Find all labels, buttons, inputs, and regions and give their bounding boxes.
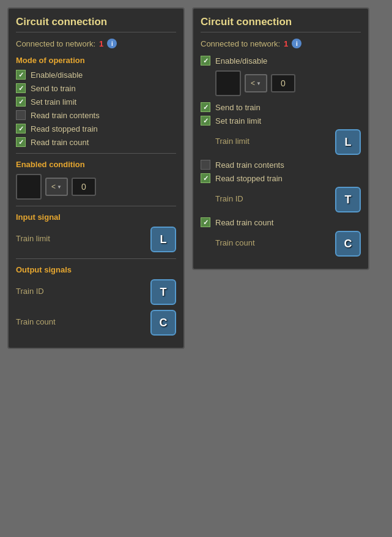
signal-label-train-limit-left: Train limit	[16, 234, 50, 243]
signal-item-train-limit-left: Train limit L	[16, 227, 176, 252]
condition-signal-box-right[interactable]	[215, 70, 241, 96]
left-panel: Circuit connection Connected to network:…	[7, 7, 185, 349]
checkbox-icon-set-train-limit-right[interactable]	[201, 116, 210, 126]
condition-value-right[interactable]: 0	[271, 74, 295, 92]
network-label-right: Connected to network:	[201, 39, 280, 48]
checkbox-read-train-count-left[interactable]: Read train count	[16, 137, 176, 147]
network-count-right: 1	[284, 39, 288, 48]
signal-item-train-id-left: Train ID T	[16, 279, 176, 305]
network-row-left: Connected to network: 1 i	[16, 39, 176, 48]
condition-op-dropdown-right[interactable]: < ▼	[245, 74, 267, 92]
dropdown-arrow-left: ▼	[57, 184, 62, 190]
signal-item-train-count-right: Train count C	[215, 231, 361, 257]
checkbox-label-send-to-train-left: Send to train	[31, 84, 76, 93]
checkbox-label-send-to-train-right: Send to train	[215, 103, 261, 112]
signal-item-train-limit-right: Train limit L	[215, 129, 361, 155]
checkbox-send-to-train-right[interactable]: Send to train	[201, 102, 361, 112]
signal-label-train-limit-right: Train limit	[215, 137, 250, 146]
network-row-right: Connected to network: 1 i	[201, 39, 361, 48]
divider-3-left	[16, 258, 176, 259]
checkbox-icon-set-train-limit-left[interactable]	[16, 97, 26, 107]
checkbox-icon-enable-disable-right[interactable]	[201, 56, 210, 66]
signal-btn-train-limit-right[interactable]: L	[335, 129, 361, 155]
checkbox-label-read-train-count-left: Read train count	[31, 138, 89, 147]
checkbox-icon-read-train-contents-right[interactable]	[201, 160, 210, 170]
signal-label-train-id-left: Train ID	[16, 287, 44, 296]
right-panel-title: Circuit connection	[201, 16, 361, 32]
checkbox-label-read-train-contents-right: Read train contents	[215, 160, 284, 170]
enabled-condition-title-left: Enabled condition	[16, 160, 176, 169]
signal-item-train-id-right: Train ID T	[215, 187, 361, 212]
checkbox-icon-read-train-count-left[interactable]	[16, 137, 26, 147]
checkbox-set-train-limit-left[interactable]: Set train limit	[16, 97, 176, 107]
signal-label-train-count-right: Train count	[215, 238, 255, 247]
signal-btn-train-count-left[interactable]: C	[150, 310, 176, 336]
input-signals-title-left: Input signal	[16, 212, 176, 222]
checkbox-label-read-train-count-right: Read train count	[215, 218, 273, 227]
checkbox-send-to-train-left[interactable]: Send to train	[16, 83, 176, 93]
condition-row-right: < ▼ 0	[215, 70, 361, 96]
condition-op-label-left: <	[51, 182, 56, 191]
checkbox-label-set-train-limit-right: Set train limit	[215, 116, 261, 126]
signal-label-train-count-left: Train count	[16, 317, 56, 326]
signal-btn-train-id-right[interactable]: T	[335, 187, 361, 212]
condition-value-left[interactable]: 0	[72, 178, 96, 196]
checkbox-enable-disable-right[interactable]: Enable/disable	[201, 56, 361, 66]
checkbox-read-stopped-train-right[interactable]: Read stopped train	[201, 173, 361, 183]
network-count-left: 1	[99, 39, 103, 48]
signal-item-train-count-left: Train count C	[16, 310, 176, 336]
checkbox-label-read-stopped-train-right: Read stopped train	[215, 174, 283, 183]
signal-label-train-id-right: Train ID	[215, 194, 243, 203]
condition-op-label-right: <	[251, 79, 255, 88]
checkbox-enable-disable-left[interactable]: Enable/disable	[16, 70, 176, 80]
checkbox-icon-enable-disable-left[interactable]	[16, 70, 26, 80]
checkbox-icon-read-stopped-train-right[interactable]	[201, 173, 210, 183]
checkbox-read-train-contents-left[interactable]: Read train contents	[16, 110, 176, 120]
checkbox-icon-read-train-count-right[interactable]	[201, 217, 210, 227]
info-icon-left[interactable]: i	[107, 39, 117, 48]
left-panel-title: Circuit connection	[16, 16, 176, 32]
checkbox-set-train-limit-right[interactable]: Set train limit	[201, 116, 361, 126]
signal-btn-train-count-right[interactable]: C	[335, 231, 361, 257]
condition-signal-box-left[interactable]	[16, 174, 42, 200]
divider-2-left	[16, 206, 176, 206]
condition-op-dropdown-left[interactable]: < ▼	[45, 178, 68, 196]
checkbox-icon-send-to-train-left[interactable]	[16, 83, 26, 93]
dropdown-arrow-right: ▼	[256, 81, 261, 86]
checkbox-label-enable-disable-right: Enable/disable	[215, 56, 267, 66]
right-panel: Circuit connection Connected to network:…	[192, 7, 369, 270]
checkbox-read-stopped-train-left[interactable]: Read stopped train	[16, 124, 176, 133]
checkbox-icon-read-stopped-train-left[interactable]	[16, 124, 26, 133]
condition-row-left: < ▼ 0	[16, 174, 176, 200]
mode-title-left: Mode of operation	[16, 56, 176, 65]
checkbox-label-read-train-contents-left: Read train contents	[31, 111, 100, 120]
signal-btn-train-id-left[interactable]: T	[150, 279, 176, 305]
checkbox-label-set-train-limit-left: Set train limit	[31, 97, 76, 107]
network-label-left: Connected to network:	[16, 39, 95, 48]
checkbox-label-enable-disable-left: Enable/disable	[31, 70, 83, 80]
checkbox-label-read-stopped-train-left: Read stopped train	[31, 124, 98, 133]
checkbox-read-train-contents-right[interactable]: Read train contents	[201, 160, 361, 170]
checkbox-icon-send-to-train-right[interactable]	[201, 102, 210, 112]
output-signals-title-left: Output signals	[16, 265, 176, 274]
divider-1-left	[16, 153, 176, 154]
checkbox-icon-read-train-contents-left[interactable]	[16, 110, 26, 120]
signal-btn-train-limit-left[interactable]: L	[150, 227, 176, 252]
checkbox-read-train-count-right[interactable]: Read train count	[201, 217, 361, 227]
info-icon-right[interactable]: i	[292, 39, 301, 48]
